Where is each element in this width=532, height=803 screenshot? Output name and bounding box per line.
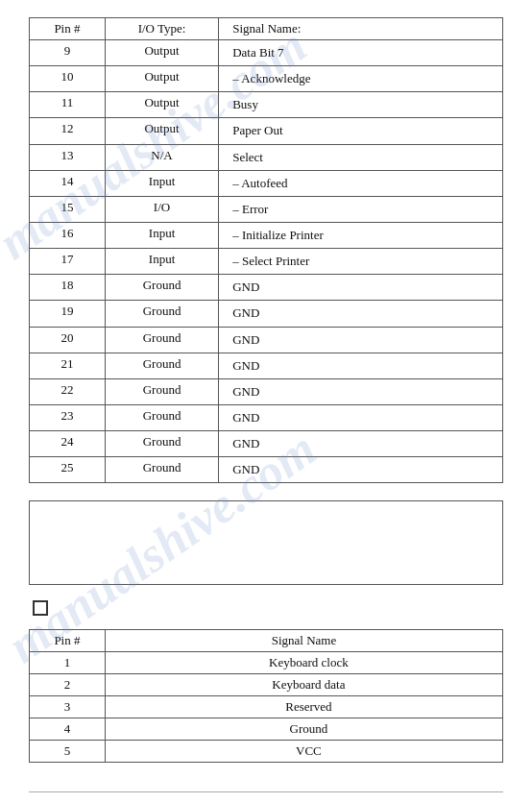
table2-header-signal: Signal Name (105, 630, 502, 652)
table-row: 17Input– Select Printer (30, 249, 503, 275)
table1-signal-cell: Select (219, 144, 503, 170)
table1-io-cell: Ground (105, 431, 218, 457)
table1-pin-cell: 22 (30, 378, 106, 404)
table1-io-cell: Ground (105, 404, 218, 430)
table1-signal-cell: GND (219, 378, 503, 404)
table2-signal-cell: Keyboard clock (105, 652, 502, 674)
table1-signal-cell: GND (219, 431, 503, 457)
table1-signal-cell: – Acknowledge (219, 66, 503, 92)
table1-io-cell: Ground (105, 457, 218, 483)
table-row: 1Keyboard clock (30, 652, 503, 674)
table1-signal-cell: Paper Out (219, 118, 503, 144)
table2-pin-cell: 4 (30, 718, 106, 741)
table2-signal-cell: Keyboard data (105, 674, 502, 696)
table1-pin-cell: 18 (30, 275, 106, 301)
table1-io-cell: Input (105, 249, 218, 275)
table2-pin-cell: 1 (30, 652, 106, 674)
table1-io-cell: Output (105, 92, 218, 118)
table2-signal-cell: VCC (105, 741, 502, 763)
table-row: 16Input– Initialize Printer (30, 222, 503, 248)
table-row: 14Input– Autofeed (30, 170, 503, 196)
table2-pin-cell: 3 (30, 696, 106, 718)
pin-signal-table: Pin # Signal Name 1Keyboard clock2Keyboa… (29, 629, 503, 763)
table1-pin-cell: 19 (30, 301, 106, 327)
table1-pin-cell: 10 (30, 66, 106, 92)
table-row: 20GroundGND (30, 327, 503, 353)
table1-io-cell: Output (105, 118, 218, 144)
table1-io-cell: Ground (105, 353, 218, 378)
table1-io-cell: Input (105, 170, 218, 196)
table-row: 21GroundGND (30, 353, 503, 378)
table1-pin-cell: 20 (30, 327, 106, 353)
table-row: 10Output– Acknowledge (30, 66, 503, 92)
table1-pin-cell: 13 (30, 144, 106, 170)
table1-io-cell: I/O (105, 196, 218, 222)
table1-io-cell: Input (105, 222, 218, 248)
table-row: 11OutputBusy (30, 92, 503, 118)
table-row: 13N/ASelect (30, 144, 503, 170)
table-row: 12OutputPaper Out (30, 118, 503, 144)
table1-io-cell: Ground (105, 275, 218, 301)
table1-signal-cell: GND (219, 275, 503, 301)
table1-header-pin: Pin # (30, 18, 106, 40)
table1-signal-cell: GND (219, 457, 503, 483)
table1-signal-cell: Data Bit 7 (219, 40, 503, 66)
table1-signal-cell: GND (219, 404, 503, 430)
table2-signal-cell: Ground (105, 718, 502, 741)
table2-pin-cell: 2 (30, 674, 106, 696)
table1-pin-cell: 25 (30, 457, 106, 483)
table-row: 9OutputData Bit 7 (30, 40, 503, 66)
table1-pin-cell: 14 (30, 170, 106, 196)
table1-header-io: I/O Type: (105, 18, 218, 40)
table1-signal-cell: Busy (219, 92, 503, 118)
table1-io-cell: N/A (105, 144, 218, 170)
table1-pin-cell: 9 (30, 40, 106, 66)
table2-pin-cell: 5 (30, 741, 106, 763)
table1-signal-cell: – Initialize Printer (219, 222, 503, 248)
table1-io-cell: Ground (105, 378, 218, 404)
table1-signal-cell: GND (219, 353, 503, 378)
table1-pin-cell: 11 (30, 92, 106, 118)
table-row: 2Keyboard data (30, 674, 503, 696)
table-row: 5VCC (30, 741, 503, 763)
table-row: 18GroundGND (30, 275, 503, 301)
table-row: 24GroundGND (30, 431, 503, 457)
empty-diagram-box (29, 500, 503, 585)
table-row: 19GroundGND (30, 301, 503, 327)
table-row: 15I/O– Error (30, 196, 503, 222)
table1-pin-cell: 15 (30, 196, 106, 222)
table-row: 4Ground (30, 718, 503, 741)
pin-io-signal-table: Pin # I/O Type: Signal Name: 9OutputData… (29, 17, 503, 483)
table2-signal-cell: Reserved (105, 696, 502, 718)
table1-io-cell: Output (105, 40, 218, 66)
table-row: 25GroundGND (30, 457, 503, 483)
checkbox-icon (33, 600, 48, 616)
table1-pin-cell: 23 (30, 404, 106, 430)
table1-pin-cell: 12 (30, 118, 106, 144)
table1-signal-cell: – Select Printer (219, 249, 503, 275)
table1-signal-cell: – Autofeed (219, 170, 503, 196)
table1-signal-cell: GND (219, 327, 503, 353)
table-row: 23GroundGND (30, 404, 503, 430)
table1-pin-cell: 21 (30, 353, 106, 378)
checkbox-row (33, 600, 503, 616)
footer-line (29, 791, 503, 796)
table1-pin-cell: 17 (30, 249, 106, 275)
table1-io-cell: Ground (105, 301, 218, 327)
table-row: 3Reserved (30, 696, 503, 718)
table1-signal-cell: – Error (219, 196, 503, 222)
table-row: 22GroundGND (30, 378, 503, 404)
table2-header-pin: Pin # (30, 630, 106, 652)
table1-pin-cell: 24 (30, 431, 106, 457)
table1-io-cell: Output (105, 66, 218, 92)
page-wrapper: manualshive.com manualshive.com Pin # I/… (0, 0, 532, 803)
table1-header-signal: Signal Name: (219, 18, 503, 40)
table1-signal-cell: GND (219, 301, 503, 327)
table1-pin-cell: 16 (30, 222, 106, 248)
table1-io-cell: Ground (105, 327, 218, 353)
